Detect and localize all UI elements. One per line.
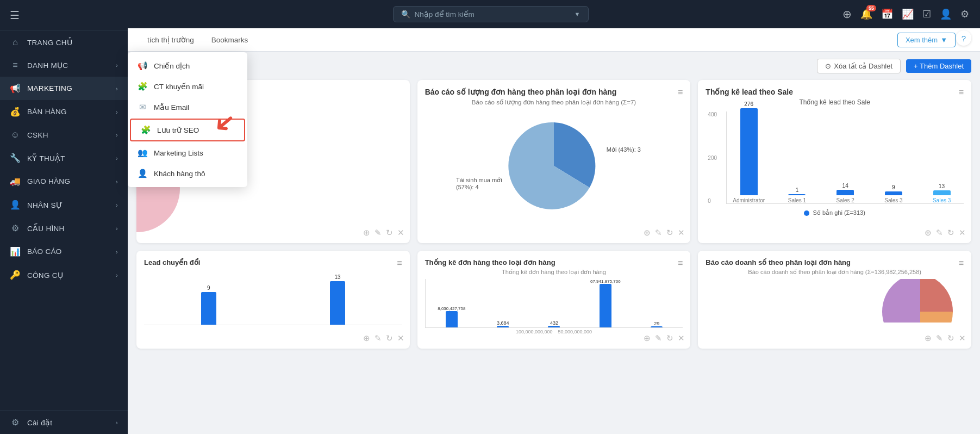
sidebar-label-cau-hinh: CẤU HÌNH [27,224,116,233]
card-r2-2-edit-icon[interactable]: ✎ [655,333,662,343]
card-r2-2-add-icon[interactable]: ⊕ [644,333,651,343]
card3-close-icon[interactable]: ✕ [959,228,966,238]
card1-edit-icon[interactable]: ✎ [374,228,382,238]
card-r2-1-edit-icon[interactable]: ✎ [374,333,382,343]
card3-add-icon[interactable]: ⊕ [925,228,932,238]
card-r2-3-actions: ⊕ ✎ ↻ ✕ [925,333,966,343]
y-label-400: 400 [708,111,717,117]
card2-edit-icon[interactable]: ✎ [655,228,662,238]
add-icon[interactable]: ⊕ [842,8,852,21]
dropdown-item-luu-tru-seo[interactable]: 🧩 Lưu trữ SEO [130,119,245,141]
top-header: 🔍 Nhập để tìm kiếm ▼ ⊕ 🔔 55 📅 📈 ☑ 👤 ⚙ [128,0,980,28]
bar-val-s1: 1 [796,187,799,193]
chevron-right-icon-kythuat: › [116,155,118,162]
hamburger-icon[interactable]: ☰ [10,9,20,22]
bar-val-admin: 276 [744,101,753,107]
sidebar-item-giao-hang[interactable]: 🚚 GIAO HÀNG › [0,170,128,193]
sidebar-item-marketing[interactable]: 📢 MARKETING › [0,77,128,100]
card-r2-3-add-icon[interactable]: ⊕ [925,333,932,343]
bar-sales3: 9 Sales 3 [872,184,916,203]
card2-refresh-icon[interactable]: ↻ [666,228,673,238]
bar-sales1: 1 Sales 1 [775,187,819,203]
card-r2-1-title: Lead chuyển đổi [144,258,402,266]
card-r2-2-close-icon[interactable]: ✕ [678,333,685,343]
card1-add-icon[interactable]: ⊕ [363,228,370,238]
sidebar-item-cau-hinh[interactable]: ⚙ CẤU HÌNH › [0,216,128,240]
card-r2-1-add-icon[interactable]: ⊕ [363,333,370,343]
notification-icon[interactable]: 🔔 55 [860,8,872,20]
card-r2-3-edit-icon[interactable]: ✎ [936,333,943,343]
dropdown-item-chien-dich[interactable]: 📢 Chiến dịch [128,55,247,76]
card2-menu-icon[interactable]: ≡ [678,88,683,97]
card3-refresh-icon[interactable]: ↻ [947,228,954,238]
calendar-icon[interactable]: 📅 [881,8,893,20]
card-r2-2-refresh-icon[interactable]: ↻ [666,333,673,343]
dropdown-item-mau-email[interactable]: ✉ Mẫu Email [128,97,247,117]
dropdown-item-khach-hang-tho[interactable]: 👤 Khách hàng thô [128,163,247,184]
card-r2-1-refresh-icon[interactable]: ↻ [386,333,393,343]
user-icon[interactable]: 👤 [940,8,952,20]
card-r2-3-close-icon[interactable]: ✕ [959,333,966,343]
tab-phan-tich[interactable]: tích thị trường [139,30,203,51]
bar-val-s3: 9 [892,184,895,190]
bar-label-s1: Sales 1 [788,197,806,203]
card-r2-1-menu[interactable]: ≡ [397,258,402,268]
chevron-right-icon-cskh: › [116,132,118,138]
sidebar-item-bao-cao[interactable]: 📊 BÁO CÁO › [0,240,128,263]
sidebar-item-ban-hang[interactable]: 💰 BÁN HÀNG › [0,100,128,123]
help-icon[interactable]: ? [956,30,971,46]
y-label-0: 0 [708,198,717,204]
xoa-dashlet-button[interactable]: ⊙ Xóa tất cả Dashlet [817,59,901,73]
card-r2-2-menu[interactable]: ≡ [678,258,683,268]
card2-actions: ⊕ ✎ ↻ ✕ [644,228,685,238]
sidebar-item-trang-chu[interactable]: ⌂ TRANG CHỦ [0,31,128,54]
card-r2-2-subtitle: Thống kê đơn hàng theo loại đơn hàng [425,269,683,276]
gear-icon-header[interactable]: ⚙ [960,8,969,20]
card-r2-3-menu[interactable]: ≡ [959,258,964,268]
card-r2-1-close-icon[interactable]: ✕ [397,333,404,343]
card2-add-icon[interactable]: ⊕ [644,228,651,238]
ct-khuyen-mai-icon: 🧩 [138,82,147,91]
sidebar-item-danh-muc[interactable]: ≡ DANH MỤC › [0,54,128,77]
dropdown-item-marketing-lists[interactable]: 👥 Marketing Lists [128,142,247,163]
sidebar-label-giao-hang: GIAO HÀNG [27,177,116,185]
card2-close-icon[interactable]: ✕ [678,228,685,238]
card-lead-chuyen-doi: ≡ Lead chuyển đổi 9 13 ⊕ ✎ ↻ [136,251,410,349]
them-dashlet-button[interactable]: + Thêm Dashlet [906,59,971,73]
card1-refresh-icon[interactable]: ↻ [386,228,393,238]
search-bar[interactable]: 🔍 Nhập để tìm kiếm ▼ [393,6,589,22]
card-r2-3-refresh-icon[interactable]: ↻ [947,333,954,343]
chevron-right-icon-caidat: › [116,419,118,426]
dropdown-item-ct-khuyen-mai[interactable]: 🧩 CT khuyến mãi [128,76,247,97]
card-r2-2-title: Thống kê đơn hàng theo loại đơn hàng [425,258,683,266]
tool-icon: 🔑 [10,270,21,280]
card3-menu-icon[interactable]: ≡ [959,88,964,97]
card3-legend: Số bản ghi (Σ=313) [706,209,964,216]
sidebar-label-danh-muc: DANH MỤC [27,61,116,70]
sidebar-label-cai-dat: Cài đặt [27,418,116,427]
card1-close-icon[interactable]: ✕ [397,228,404,238]
card2-pie-container: Mới (43%): 3 Tái sinh mua mới(57%): 4 [425,111,683,220]
y-label-200: 200 [708,155,717,161]
sidebar-item-ky-thuat[interactable]: 🔧 KỸ THUẬT › [0,146,128,170]
bar-s2 [837,190,854,195]
sidebar-item-cai-dat[interactable]: ⚙ Cài đặt › [0,411,128,434]
report-icon: 📊 [10,246,21,257]
chart-icon[interactable]: 📈 [902,8,914,20]
mau-email-icon: ✉ [138,102,147,112]
card-r2-2-actions: ⊕ ✎ ↻ ✕ [644,333,685,343]
sidebar-item-nhan-su[interactable]: 👤 NHÂN SỰ › [0,193,128,216]
card3-edit-icon[interactable]: ✎ [936,228,943,238]
chevron-right-icon-banhang: › [116,109,118,115]
check-icon[interactable]: ☑ [922,8,931,20]
card-bao-cao-doanh-so: Báo cáo doanh số theo phân loại đơn hàng… [698,251,971,349]
bar-s1 [788,194,806,195]
bar-label-s4: Sales 3 [933,197,951,203]
sidebar-item-cong-cu[interactable]: 🔑 CÔNG CỤ › [0,263,128,287]
tab-bookmarks[interactable]: Bookmarks [203,30,257,51]
sidebar-label-trang-chu: TRANG CHỦ [27,38,118,47]
marketing-dropdown: 📢 Chiến dịch 🧩 CT khuyến mãi ✉ Mẫu Email… [128,52,247,187]
card-thong-ke-lead: Thống kê lead theo Sale ≡ Thống kê lead … [698,80,971,243]
sidebar-item-cskh[interactable]: ☺ CSKH › [0,123,128,146]
xem-them-button[interactable]: Xem thêm ▼ [897,33,956,47]
